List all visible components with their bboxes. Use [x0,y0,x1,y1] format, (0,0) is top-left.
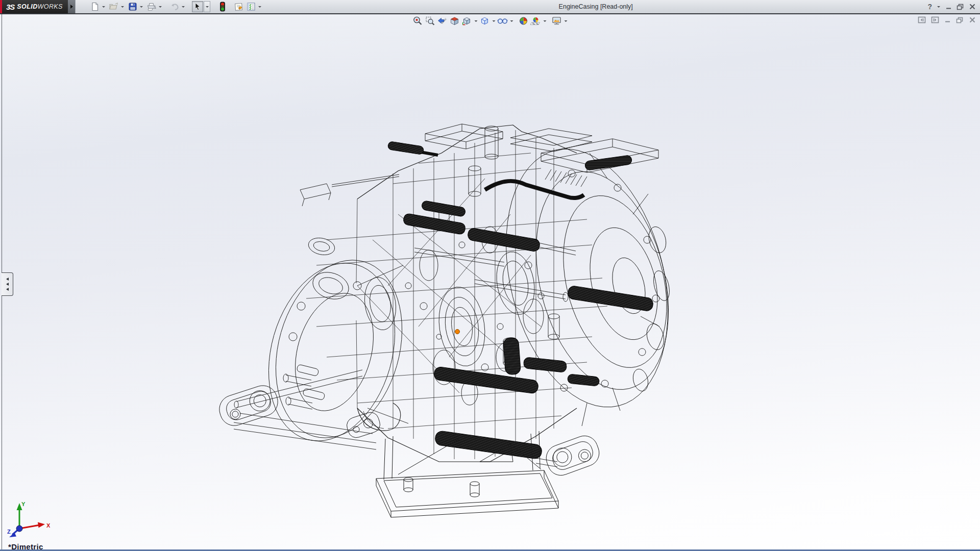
file-properties-icon [234,2,244,11]
options-checklist-icon [247,2,256,11]
chevron-down-icon [564,20,567,22]
view-orientation-button[interactable] [461,15,473,27]
undo-button[interactable] [169,1,180,12]
pane-right-button[interactable] [931,16,939,23]
select-dropdown[interactable] [204,1,210,12]
hide-show-items-icon [497,16,508,26]
help-dropdown[interactable] [937,1,941,12]
minimize-icon [945,4,952,10]
chevron-down-icon [206,6,209,8]
display-style-icon [480,16,490,26]
view-settings-dropdown[interactable] [563,15,569,27]
previous-view-icon [437,16,448,26]
assembly-origin-marker[interactable] [455,330,460,334]
doc-restore-button[interactable] [956,17,964,23]
close-button[interactable] [969,2,976,12]
zoom-fit-icon [413,16,423,26]
undo-dropdown[interactable] [181,1,185,12]
apply-scene-icon [530,16,542,26]
zoom-to-fit-button[interactable] [412,15,424,27]
casing-body[interactable] [306,125,607,462]
print-dropdown[interactable] [158,1,162,12]
open-dropdown[interactable] [120,1,125,12]
print-button[interactable] [146,1,157,12]
apply-scene-dropdown[interactable] [542,15,548,27]
doc-close-icon [969,17,976,23]
chevron-down-icon [492,20,495,22]
restore-button[interactable] [957,2,964,12]
chevron-down-icon [543,20,546,22]
open-button[interactable] [108,1,119,12]
doc-close-button[interactable] [969,17,976,23]
rebuild-traffic-light-icon [219,2,226,12]
view-settings-icon [552,16,562,26]
pane-right-icon [931,16,939,23]
pane-left-button[interactable] [918,16,926,23]
select-button[interactable] [192,1,203,12]
mount-pad-left[interactable] [216,382,282,430]
chevron-down-icon [182,6,185,8]
previous-view-button[interactable] [436,15,449,27]
chevron-down-icon [937,6,940,8]
flyout-arrow-icon [70,5,73,9]
undo-icon [169,2,180,11]
restore-icon [957,4,964,10]
solidworks-logo[interactable]: 3S SOLIDWORKS [0,0,68,13]
coil-springs[interactable] [387,141,654,460]
save-button[interactable] [127,1,138,12]
x-axis-arrow-icon [38,522,45,528]
graphics-area[interactable]: Y X Z *Dimetric [0,14,980,551]
zoom-to-area-button[interactable] [424,15,436,27]
doc-restore-icon [956,17,964,23]
new-document-button[interactable] [89,1,101,12]
close-icon [969,4,976,10]
display-style-button[interactable] [479,15,491,27]
chevron-down-icon [258,6,261,8]
dassault-3s-logo-icon: 3S [6,3,14,11]
section-view-button[interactable] [449,15,461,27]
rebuild-button[interactable] [217,1,228,12]
brand-text: SOLIDWORKS [17,3,62,10]
engine-casing-model[interactable] [0,14,980,551]
mount-pad-mid[interactable] [345,410,382,440]
title-bar: 3S SOLIDWORKS [0,0,980,13]
base-plate[interactable] [357,403,558,517]
display-style-dropdown[interactable] [491,15,497,27]
hide-show-items-dropdown[interactable] [509,15,514,27]
mount-pad-right[interactable] [543,432,603,479]
standard-toolbar [85,0,264,13]
options-button[interactable] [246,1,257,12]
save-dropdown[interactable] [139,1,143,12]
apply-scene-button[interactable] [530,15,542,27]
file-properties-button[interactable] [233,1,244,12]
minimize-button[interactable] [945,2,952,12]
window-title: EngineCasing [Read-only] [264,3,927,11]
zoom-area-icon [425,16,435,26]
edit-appearance-icon [519,16,529,26]
edit-appearance-button[interactable] [518,15,530,27]
hide-show-items-button[interactable] [497,15,509,27]
doc-minimize-button[interactable] [944,17,951,23]
save-icon [128,2,137,11]
chevron-down-icon [159,6,162,8]
document-window-controls [918,16,976,23]
doc-minimize-icon [944,17,951,23]
reference-triad: Y X Z [6,499,53,540]
help-button[interactable]: ? [927,2,932,12]
view-orientation-dropdown[interactable] [473,15,479,27]
chevron-down-icon [140,6,143,8]
triad-origin-ball [16,525,22,532]
y-axis-label: Y [21,501,26,507]
chevron-down-icon [510,20,513,22]
pane-left-icon [918,16,926,23]
menu-flyout-button[interactable] [68,0,76,13]
print-icon [146,2,157,11]
new-document-icon [90,2,100,11]
options-dropdown[interactable] [257,1,262,12]
chevron-down-icon [121,6,124,8]
new-dropdown[interactable] [101,1,106,12]
chevron-down-icon [474,20,477,22]
open-folder-icon [109,2,119,11]
x-axis-label: X [46,522,51,529]
view-settings-button[interactable] [551,15,563,27]
